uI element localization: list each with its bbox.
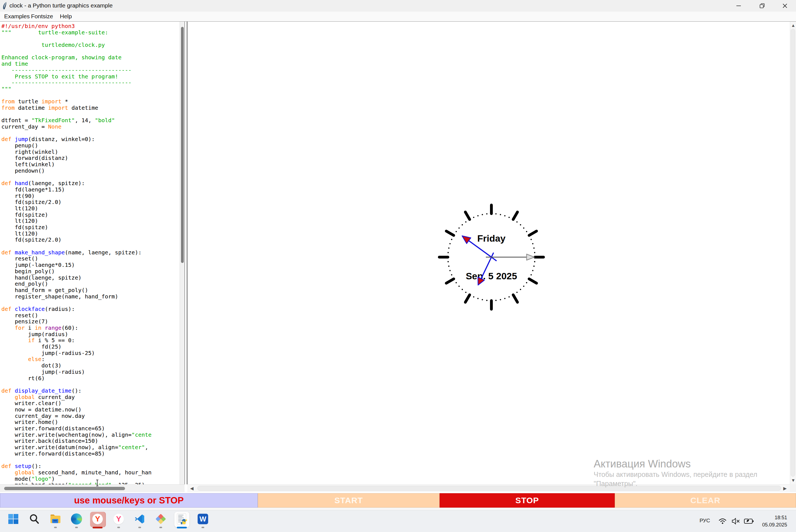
clear-button[interactable]: CLEAR — [615, 493, 796, 508]
explorer-running-dot — [54, 527, 57, 528]
minute-hand — [469, 241, 496, 261]
yandex-letter: Y — [95, 515, 100, 524]
yandex-active-pill — [93, 527, 102, 528]
wifi-icon[interactable] — [718, 518, 727, 525]
clock-minute-dot — [504, 215, 506, 216]
taskbar: Y Y — [0, 510, 796, 532]
clock-minute-dot — [448, 265, 450, 267]
word-icon: W — [197, 514, 208, 524]
clock-weekday: Friday — [477, 233, 506, 244]
python-file-icon — [176, 513, 187, 525]
clock-minute-dot — [456, 231, 457, 232]
clock-minute-dot — [477, 215, 479, 216]
taskbar-python-turtledemo[interactable] — [176, 513, 188, 525]
watermark-title: Активация Windows — [594, 458, 757, 470]
start-button[interactable]: START — [258, 493, 440, 508]
screen: clock - a Python turtle graphics example… — [0, 0, 796, 532]
tray-date: 05.09.2025 — [754, 521, 787, 528]
tray-clock[interactable]: 18:51 05.09.2025 — [754, 514, 787, 528]
code-vertical-scrollbar[interactable] — [179, 22, 185, 484]
taskbar-yandex-browser[interactable]: Y — [92, 513, 104, 525]
status-text: use mouse/keys or STOP — [74, 495, 184, 506]
menu-help[interactable]: Help — [60, 13, 72, 20]
clock-minute-dot — [449, 270, 451, 271]
minimize-button[interactable] — [730, 0, 747, 12]
watermark-line1: Чтобы активировать Windows, перейдите в … — [594, 470, 757, 479]
clock-minute-dot — [532, 270, 533, 271]
taskbar-word[interactable]: W — [197, 513, 209, 525]
main-area: #!/usr/bin/env python3""" turtle-example… — [0, 22, 796, 484]
canvas-scroll-left-icon[interactable]: ◀ — [190, 486, 193, 491]
clock-minute-dot — [486, 213, 488, 215]
clock-tick — [529, 279, 536, 283]
file-explorer-icon — [50, 514, 61, 524]
python-tk-feather-icon — [2, 2, 8, 10]
ibeam-cursor — [95, 479, 99, 487]
python-active-pill — [177, 527, 187, 528]
taskbar-yandex-app[interactable]: Y — [113, 513, 125, 525]
clock-minute-dot — [451, 274, 452, 276]
tray-language[interactable]: РУС — [700, 518, 710, 524]
scrollbar-corner — [790, 484, 796, 492]
volume-muted-icon[interactable] — [732, 518, 741, 525]
watermark-line2: "Параметры". — [594, 479, 757, 488]
code-vertical-scrollbar-thumb[interactable] — [181, 27, 184, 263]
clock-minute-dot — [451, 239, 452, 240]
canvas-scroll-up-icon[interactable]: ▲ — [791, 23, 795, 28]
clock-minute-dot — [523, 286, 524, 287]
clock-drawing: Friday Sep. 5 2025 — [187, 22, 790, 484]
battery-eco-icon[interactable] — [744, 518, 754, 525]
clock-minute-dot — [482, 299, 483, 300]
clock-minute-dot — [509, 296, 510, 298]
clock-minute-dot — [473, 217, 474, 218]
clock-tick — [446, 279, 454, 283]
clock-minute-dot — [520, 224, 521, 226]
taskbar-diamond-app[interactable] — [155, 513, 167, 525]
taskbar-file-explorer[interactable] — [49, 513, 61, 525]
clock-minute-dot — [516, 222, 518, 223]
clock-minute-dot — [534, 252, 535, 253]
start-button-taskbar[interactable] — [7, 513, 19, 525]
word-letter: W — [200, 515, 207, 524]
clock-minute-dot — [526, 282, 527, 283]
menu-examples[interactable]: Examples — [4, 13, 30, 20]
clock-date: Sep. 5 2025 — [466, 271, 517, 281]
code-horizontal-scrollbar[interactable] — [0, 484, 185, 492]
diamond-app-icon — [155, 513, 166, 525]
clock-minute-dot — [504, 298, 506, 299]
canvas-scroll-down-icon[interactable]: ▼ — [791, 478, 795, 483]
pane-sash[interactable] — [185, 22, 187, 484]
menu-bar: Examples Fontsize Help — [0, 12, 796, 22]
clock-minute-dot — [448, 247, 450, 249]
clock-minute-dot — [495, 213, 497, 215]
vscode-icon — [134, 514, 145, 524]
demo-control-row: use mouse/keys or STOP START STOP CLEAR — [0, 493, 796, 508]
clock-minute-dot — [465, 292, 467, 293]
clock-minute-dot — [530, 239, 532, 240]
second-hand-arrowhead — [527, 254, 534, 260]
clock-tick — [446, 231, 454, 235]
windows-activation-watermark: Активация Windows Чтобы активировать Win… — [594, 458, 757, 488]
clock-minute-dot — [458, 227, 460, 229]
code-horizontal-scrollbar-thumb[interactable] — [4, 487, 125, 490]
canvas-scroll-right-icon[interactable]: ▶ — [783, 486, 786, 491]
clock-tick — [513, 295, 518, 302]
close-icon — [782, 3, 788, 9]
clock-minute-dot — [523, 227, 524, 229]
stop-button[interactable]: STOP — [440, 493, 615, 508]
minimize-icon — [736, 3, 742, 9]
restore-icon — [759, 3, 765, 9]
yandex-letter-2: Y — [116, 515, 121, 524]
restore-button[interactable] — [754, 0, 771, 12]
menu-fontsize[interactable]: Fontsize — [31, 13, 53, 20]
code-pane[interactable]: #!/usr/bin/env python3""" turtle-example… — [0, 22, 179, 484]
clock-minute-dot — [533, 247, 535, 249]
taskbar-vscode[interactable] — [134, 513, 146, 525]
diamond-app-running-dot — [159, 527, 162, 528]
taskbar-edge[interactable] — [70, 513, 82, 525]
taskbar-search[interactable] — [28, 513, 40, 525]
clock-minute-dot — [458, 286, 460, 287]
yandex-app-running-dot — [117, 527, 120, 528]
canvas-vertical-scrollbar-thumb[interactable] — [791, 29, 795, 477]
close-button[interactable] — [776, 0, 794, 12]
